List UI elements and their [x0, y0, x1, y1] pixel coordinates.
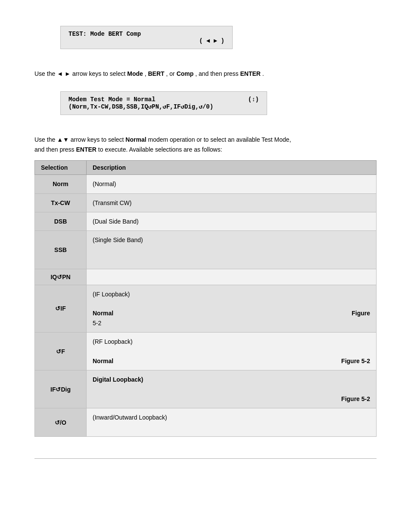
table-body: Norm (Normal) Tx-CW (Transmit CW) DSB (D… [35, 175, 377, 437]
desc1-sep2: , or [166, 70, 177, 77]
code-block-2: Modem Test Mode = Normal (↕) (Norm,Tx-CW… [34, 91, 377, 123]
selection-norm: Norm [35, 175, 87, 193]
description-norm: (Normal) [87, 175, 377, 193]
desc2-bold2: ENTER [76, 146, 97, 153]
table-row: IQ↺PN [35, 269, 377, 285]
desc1-bold4: ENTER [240, 70, 260, 77]
desc2-middle: arrow keys to select [71, 136, 126, 143]
description-ifdig: Digital Loopback) Figure 5-2 [87, 370, 377, 408]
code-block-1: TEST: Mode BERT Comp ( ◄ ► ) [34, 26, 377, 57]
description-ssb: (Single Side Band) [87, 231, 377, 269]
table-row: SSB (Single Side Band) [35, 231, 377, 269]
code-line-1: TEST: Mode BERT Comp [68, 31, 224, 37]
description-1: Use the ◄ ► arrow keys to select Mode , … [34, 69, 377, 78]
code-box-modem: Modem Test Mode = Normal (↕) (Norm,Tx-CW… [60, 91, 267, 115]
rf-figure-label: Figure 5-2 [341, 356, 370, 366]
desc1-suffix: arrow keys to select [72, 70, 128, 77]
description-iqpn [87, 269, 377, 285]
description-if: (IF Loopback) Normal Figure 5-2 [87, 285, 377, 333]
desc1-bold3: Comp [177, 70, 194, 77]
selection-iqpn: IQ↺PN [35, 269, 87, 285]
table-row: DSB (Dual Side Band) [35, 212, 377, 230]
code-modem-text-1: Modem Test Mode = Normal [68, 96, 156, 103]
desc2-prefix: Use the [34, 136, 57, 143]
code-text-1: TEST: Mode BERT Comp [68, 31, 141, 37]
code-line-modem-1: Modem Test Mode = Normal (↕) [68, 96, 259, 103]
description-rf: (RF Loopback) Normal Figure 5-2 [87, 333, 377, 370]
code-modem-text-2: (Norm,Tx-CW,DSB,SSB,IQ↺PN,↺F,IF↺Dig,↺/0) [68, 103, 213, 110]
up-down-arrows: ▲▼ [57, 136, 69, 143]
description-dsb: (Dual Side Band) [87, 212, 377, 230]
code-line-2: ( ◄ ► ) [68, 37, 224, 44]
desc1-prefix: Use the [34, 70, 55, 77]
desc1-bold1: Mode [127, 70, 143, 77]
if-figure-num: 5-2 [93, 320, 101, 327]
left-right-arrows: ◄ ► [57, 70, 72, 77]
ifdig-figure-label: Figure 5-2 [341, 394, 370, 404]
description-2: Use the ▲▼ arrow keys to select Normal m… [34, 135, 377, 154]
code-text-2: ( ◄ ► ) [199, 37, 224, 44]
description-txcw: (Transmit CW) [87, 193, 377, 212]
selection-dsb: DSB [35, 212, 87, 230]
table-row: ↺/O (Inward/Outward Loopback) [35, 408, 377, 437]
desc1-end: . [262, 70, 264, 77]
desc2-end: to execute. Available selections are as … [98, 146, 222, 153]
table-row: ↺IF (IF Loopback) Normal Figure 5-2 [35, 285, 377, 333]
code-box-test: TEST: Mode BERT Comp ( ◄ ► ) [60, 26, 233, 49]
desc1-sep3: , and then press [195, 70, 240, 77]
rf-normal-label: Normal [93, 356, 113, 366]
page-divider [34, 458, 377, 459]
code-line-modem-2: (Norm,Tx-CW,DSB,SSB,IQ↺PN,↺F,IF↺Dig,↺/0) [68, 103, 259, 110]
table-header: Selection Description [35, 161, 377, 175]
code-modem-arrow: (↕) [248, 96, 259, 103]
digital-loopback-label: Digital Loopback) [93, 376, 143, 383]
table-row: ↺F (RF Loopback) Normal Figure 5-2 [35, 333, 377, 370]
selection-ifdig: IF↺Dig [35, 370, 87, 408]
desc2-bold1: Normal [125, 136, 146, 143]
selection-txcw: Tx-CW [35, 193, 87, 212]
if-figure-label: Figure [352, 308, 370, 318]
selection-rf: ↺F [35, 333, 87, 370]
description-io: (Inward/Outward Loopback) [87, 408, 377, 437]
if-normal-label: Normal [93, 308, 113, 318]
selection-table-container: Selection Description Norm (Normal) Tx-C… [34, 160, 377, 437]
selection-if: ↺IF [35, 285, 87, 333]
selection-table: Selection Description Norm (Normal) Tx-C… [34, 160, 377, 437]
table-row: Norm (Normal) [35, 175, 377, 193]
table-row: Tx-CW (Transmit CW) [35, 193, 377, 212]
col-header-selection: Selection [35, 161, 87, 175]
selection-ssb: SSB [35, 231, 87, 269]
table-row: IF↺Dig Digital Loopback) Figure 5-2 [35, 370, 377, 408]
col-header-description: Description [87, 161, 377, 175]
selection-io: ↺/O [35, 408, 87, 437]
desc1-bold2: BERT [148, 70, 164, 77]
